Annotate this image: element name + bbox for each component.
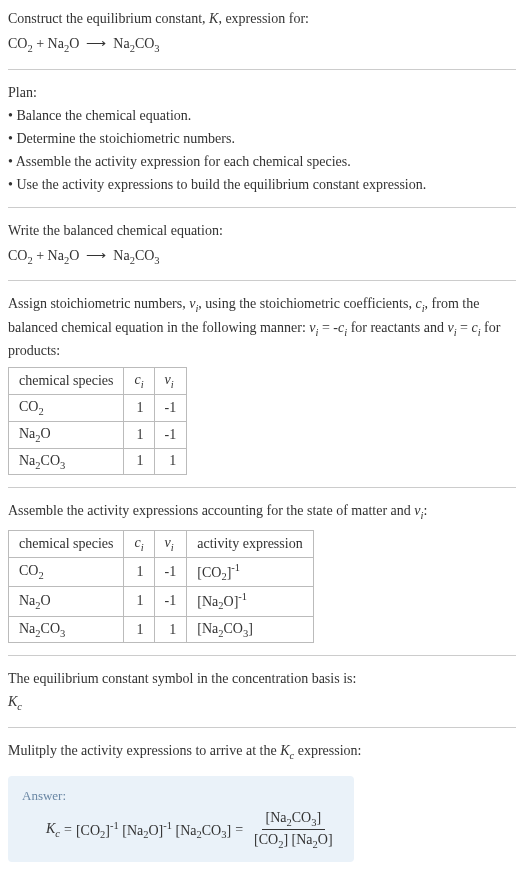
fraction-denominator: [CO2] [Na2O] — [250, 830, 337, 850]
k-symbol: K — [209, 11, 218, 26]
cell-vi: -1 — [154, 394, 187, 421]
cell-vi: -1 — [154, 557, 187, 586]
cell-ci: 1 — [124, 448, 154, 475]
cell-species: Na2CO3 — [9, 616, 124, 643]
answer-label: Answer: — [22, 788, 340, 804]
prompt-line: Construct the equilibrium constant, K, e… — [8, 8, 516, 29]
col-ci: ci — [124, 368, 154, 395]
col-activity: activity expression — [187, 530, 313, 557]
cell-ci: 1 — [124, 421, 154, 448]
answer-formula: Kc = [CO2]-1 [Na2O]-1 [Na2CO3] = [Na2CO3… — [22, 810, 340, 851]
table-row: Na2O 1 -1 [Na2O]-1 — [9, 587, 314, 616]
kc-symbol: Kc — [8, 691, 516, 715]
balanced-section: Write the balanced chemical equation: CO… — [8, 220, 516, 269]
activity-text: Assemble the activity expressions accoun… — [8, 500, 516, 524]
col-vi: νi — [154, 368, 187, 395]
divider — [8, 727, 516, 728]
cell-species: Na2O — [9, 421, 124, 448]
cell-activity: [Na2CO3] — [187, 616, 313, 643]
prompt-pre: Construct the equilibrium constant, — [8, 11, 209, 26]
activity-table: chemical species ci νi activity expressi… — [8, 530, 314, 644]
table-header-row: chemical species ci νi — [9, 368, 187, 395]
equals-sign: = — [64, 822, 72, 838]
answer-box: Answer: Kc = [CO2]-1 [Na2O]-1 [Na2CO3] =… — [8, 776, 354, 863]
stoich-section: Assign stoichiometric numbers, νi, using… — [8, 293, 516, 475]
stoich-table: chemical species ci νi CO2 1 -1 Na2O 1 -… — [8, 367, 187, 475]
stoich-text: Assign stoichiometric numbers, νi, using… — [8, 293, 516, 361]
divider — [8, 69, 516, 70]
cell-vi: 1 — [154, 448, 187, 475]
col-species: chemical species — [9, 368, 124, 395]
answer-product: [CO2]-1 [Na2O]-1 [Na2CO3] — [76, 820, 231, 840]
multiply-section: Mulitply the activity expressions to arr… — [8, 740, 516, 764]
answer-fraction: [Na2CO3] [CO2] [Na2O] — [250, 810, 337, 851]
col-vi: νi — [154, 530, 187, 557]
equals-sign: = — [235, 822, 243, 838]
symbol-section: The equilibrium constant symbol in the c… — [8, 668, 516, 715]
cell-activity: [CO2]-1 — [187, 557, 313, 586]
col-ci: ci — [124, 530, 154, 557]
table-row: Na2CO3 1 1 [Na2CO3] — [9, 616, 314, 643]
cell-ci: 1 — [124, 394, 154, 421]
symbol-text: The equilibrium constant symbol in the c… — [8, 668, 516, 689]
table-row: Na2O 1 -1 — [9, 421, 187, 448]
plan-item: • Use the activity expressions to build … — [8, 174, 516, 195]
prompt-equation: CO2 + Na2O ⟶ Na2CO3 — [8, 33, 516, 57]
balanced-heading: Write the balanced chemical equation: — [8, 220, 516, 241]
prompt-post: , expression for: — [218, 11, 309, 26]
plan-item: • Balance the chemical equation. — [8, 105, 516, 126]
divider — [8, 655, 516, 656]
answer-kc: Kc — [46, 821, 60, 839]
divider — [8, 487, 516, 488]
divider — [8, 207, 516, 208]
col-species: chemical species — [9, 530, 124, 557]
cell-species: Na2O — [9, 587, 124, 616]
table-row: Na2CO3 1 1 — [9, 448, 187, 475]
cell-species: CO2 — [9, 394, 124, 421]
plan-item: • Determine the stoichiometric numbers. — [8, 128, 516, 149]
cell-vi: 1 — [154, 616, 187, 643]
plan-item: • Assemble the activity expression for e… — [8, 151, 516, 172]
cell-vi: -1 — [154, 587, 187, 616]
plan-heading: Plan: — [8, 82, 516, 103]
cell-vi: -1 — [154, 421, 187, 448]
prompt-section: Construct the equilibrium constant, K, e… — [8, 8, 516, 57]
activity-section: Assemble the activity expressions accoun… — [8, 500, 516, 643]
multiply-text: Mulitply the activity expressions to arr… — [8, 740, 516, 764]
table-row: CO2 1 -1 — [9, 394, 187, 421]
table-header-row: chemical species ci νi activity expressi… — [9, 530, 314, 557]
cell-activity: [Na2O]-1 — [187, 587, 313, 616]
plan-section: Plan: • Balance the chemical equation. •… — [8, 82, 516, 195]
table-row: CO2 1 -1 [CO2]-1 — [9, 557, 314, 586]
cell-species: CO2 — [9, 557, 124, 586]
cell-ci: 1 — [124, 557, 154, 586]
cell-ci: 1 — [124, 587, 154, 616]
cell-species: Na2CO3 — [9, 448, 124, 475]
divider — [8, 280, 516, 281]
balanced-equation: CO2 + Na2O ⟶ Na2CO3 — [8, 245, 516, 269]
fraction-numerator: [Na2CO3] — [262, 810, 326, 831]
cell-ci: 1 — [124, 616, 154, 643]
